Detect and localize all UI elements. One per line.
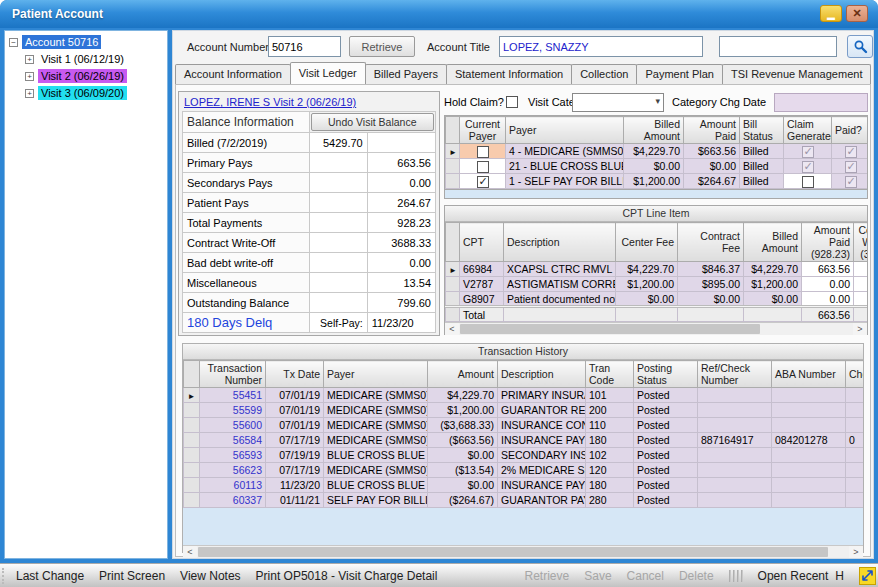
transaction-number-link[interactable]: 55600 (200, 418, 266, 433)
view-notes-button[interactable]: View Notes (180, 569, 240, 583)
scrollbar-thumb[interactable] (198, 547, 828, 557)
balance-row: Total Payments928.23 (183, 213, 436, 233)
cpt-row[interactable]: ► 66984 XCAPSL CTRC RMVL IN $4,229.70 $8… (446, 262, 868, 277)
payer-row[interactable]: 1 - SELF PAY FOR BILLIN $1,200.00 $264.6… (446, 174, 869, 189)
transaction-number-link[interactable]: 56584 (200, 433, 266, 448)
cpt-line-item-panel: CPT Line Item CPT Description Center Fee… (444, 205, 868, 335)
delinquency-label: 180 Days Delq (183, 313, 310, 333)
last-change-button[interactable]: Last Change (16, 569, 84, 583)
transaction-number-link[interactable]: 56593 (200, 448, 266, 463)
transaction-row[interactable]: 60337 01/11/21 SELF PAY FOR BILLIN ($264… (184, 493, 864, 508)
transaction-number-link[interactable]: 55451 (200, 388, 266, 403)
resize-icon[interactable] (859, 567, 876, 585)
tree-node-visit2[interactable]: + Visit 2 (06/26/19) (25, 69, 167, 83)
retrieve-status-button: Retrieve (525, 569, 570, 583)
collapse-icon[interactable]: − (9, 38, 18, 47)
payer-row[interactable]: ► 4 - MEDICARE (SMMS0) $4,229.70 $663.56… (446, 144, 869, 159)
tab-billed-payers[interactable]: Billed Payers (365, 64, 447, 84)
chevron-down-icon: ▾ (655, 96, 660, 106)
transaction-row[interactable]: 60113 11/23/20 BLUE CROSS BLUE SI $0.00 … (184, 478, 864, 493)
visit-link[interactable]: LOPEZ, IRENE S Visit 2 (06/26/19) (182, 95, 436, 111)
scrollbar-thumb[interactable] (460, 324, 760, 334)
transaction-row[interactable]: 56623 07/17/19 MEDICARE (SMMS0)(4 ($13.5… (184, 463, 864, 478)
account-number-input[interactable] (268, 36, 341, 57)
visit-ledger-page: LOPEZ, IRENE S Visit 2 (06/26/19) Balanc… (175, 84, 871, 557)
cpt-horizontal-scrollbar[interactable]: < > (445, 322, 867, 335)
tab-account-information[interactable]: Account Information (175, 64, 291, 84)
hold-claim-checkbox[interactable] (506, 96, 518, 108)
tab-payment-plan[interactable]: Payment Plan (636, 64, 722, 84)
visit-category-dropdown[interactable]: ▾ (572, 93, 664, 112)
undo-visit-balance-button[interactable]: Undo Visit Balance (311, 113, 435, 131)
claim-bar: Hold Claim? Visit Category ▾ Category Ch… (444, 93, 868, 113)
minimize-icon: ▬ (827, 13, 835, 22)
cancel-button: Cancel (627, 569, 664, 583)
tree-label-visit2[interactable]: Visit 2 (06/26/19) (38, 69, 127, 83)
cpt-row[interactable]: V2787 ASTIGMATISM CORREC $1,200.00 $895.… (446, 277, 868, 292)
transaction-number-link[interactable]: 55599 (200, 403, 266, 418)
titlebar[interactable]: Patient Account ▬ ✕ (0, 0, 878, 28)
payer-row[interactable]: 21 - BLUE CROSS BLUE $0.00 $0.00 Billed (446, 159, 869, 174)
save-button: Save (584, 569, 611, 583)
tree-node-account[interactable]: − Account 50716 (9, 35, 167, 49)
statusbar-separator (729, 570, 743, 582)
window-title: Patient Account (0, 7, 103, 21)
search-icon (853, 39, 868, 54)
transaction-row[interactable]: 55599 07/01/19 MEDICARE (SMMS0)(4 $1,200… (184, 403, 864, 418)
open-recent-button[interactable]: Open Recent (758, 569, 829, 583)
account-tree: − Account 50716 + Visit 1 (06/12/19) + V… (4, 30, 168, 559)
transaction-row[interactable]: 56584 07/17/19 MEDICARE (SMMS0)(4 ($663.… (184, 433, 864, 448)
transaction-grid: Transaction Number Tx Date Payer Amount … (183, 360, 863, 508)
balance-row: Miscellaneous13.54 (183, 273, 436, 293)
patient-account-window: Patient Account ▬ ✕ − Account 50716 + Vi… (0, 0, 878, 587)
scroll-right-icon[interactable]: > (853, 323, 867, 335)
transaction-row[interactable]: 55600 07/01/19 MEDICARE (SMMS0)(4 ($3,68… (184, 418, 864, 433)
balance-row: Bad debt write-off0.00 (183, 253, 436, 273)
row-selector-icon: ► (449, 266, 457, 275)
paid-checkbox (845, 146, 857, 158)
tab-tsi-revenue-management[interactable]: TSI Revenue Management (722, 64, 871, 84)
tab-collection[interactable]: Collection (571, 64, 637, 84)
transaction-row[interactable]: ► 55451 07/01/19 MEDICARE (SMMS0)(4 $4,2… (184, 388, 864, 403)
tree-node-visit3[interactable]: + Visit 3 (06/09/20) (25, 86, 167, 100)
expand-icon[interactable]: + (25, 89, 34, 98)
transaction-row[interactable]: 56593 07/19/19 BLUE CROSS BLUE SI $0.00 … (184, 448, 864, 463)
tree-label-account[interactable]: Account 50716 (22, 35, 101, 49)
expand-icon[interactable]: + (25, 55, 34, 64)
print-op5018-button[interactable]: Print OP5018 - Visit Charge Detail (256, 569, 438, 583)
current-payer-checkbox[interactable] (477, 176, 489, 188)
transaction-horizontal-scrollbar[interactable]: < > (183, 545, 863, 558)
expand-icon[interactable]: + (25, 72, 34, 81)
close-icon: ✕ (852, 7, 861, 20)
account-title-label: Account Title (427, 41, 490, 53)
scroll-left-icon[interactable]: < (183, 546, 197, 558)
tree-label-visit3[interactable]: Visit 3 (06/09/20) (38, 86, 127, 100)
minimize-button[interactable]: ▬ (820, 5, 842, 22)
print-screen-button[interactable]: Print Screen (99, 569, 165, 583)
tab-statement-information[interactable]: Statement Information (446, 64, 572, 84)
close-button[interactable]: ✕ (846, 5, 868, 22)
payer-grid-panel: Current Payer Payer Billed Amount Amount… (444, 115, 868, 201)
account-title-input[interactable] (499, 36, 703, 57)
cpt-row[interactable]: G8907 Patient documented not t $0.00 $0.… (446, 292, 868, 307)
category-chg-date-field[interactable] (774, 93, 868, 112)
balance-panel: LOPEZ, IRENE S Visit 2 (06/26/19) Balanc… (178, 91, 440, 336)
current-payer-checkbox[interactable] (477, 161, 489, 173)
scroll-left-icon[interactable]: < (445, 323, 459, 335)
scroll-right-icon[interactable]: > (849, 546, 863, 558)
search-button[interactable] (847, 35, 873, 58)
retrieve-button[interactable]: Retrieve (349, 36, 415, 57)
help-button[interactable]: H (835, 569, 844, 583)
balance-row: Patient Pays264.67 (183, 193, 436, 213)
account-search-input[interactable] (719, 36, 837, 57)
window-body: − Account 50716 + Visit 1 (06/12/19) + V… (0, 28, 878, 563)
tree-label-visit1[interactable]: Visit 1 (06/12/19) (38, 52, 127, 66)
transaction-number-link[interactable]: 60337 (200, 493, 266, 508)
transaction-number-link[interactable]: 60113 (200, 478, 266, 493)
transaction-number-link[interactable]: 56623 (200, 463, 266, 478)
current-payer-checkbox[interactable] (477, 146, 489, 158)
tab-visit-ledger[interactable]: Visit Ledger (290, 62, 366, 84)
balance-row: Contract Write-Off3688.33 (183, 233, 436, 253)
tree-node-visit1[interactable]: + Visit 1 (06/12/19) (25, 52, 167, 66)
account-number-label: Account Number (187, 41, 269, 53)
